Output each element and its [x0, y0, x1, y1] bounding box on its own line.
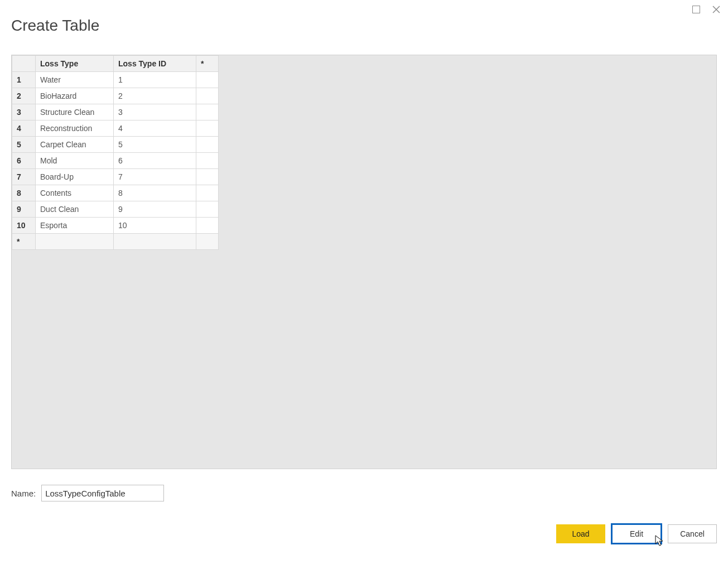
table-row[interactable]: 3Structure Clean3 [12, 104, 219, 120]
row-number-new[interactable]: * [12, 234, 36, 250]
row-number[interactable]: 6 [12, 153, 36, 169]
cancel-button[interactable]: Cancel [668, 524, 717, 543]
row-number[interactable]: 9 [12, 201, 36, 218]
cell-loss-type[interactable]: Duct Clean [36, 201, 114, 218]
cell-extra[interactable] [196, 218, 219, 234]
row-number[interactable]: 7 [12, 169, 36, 185]
close-icon [712, 6, 720, 13]
row-number[interactable]: 4 [12, 120, 36, 137]
cell-loss-type[interactable]: Contents [36, 185, 114, 201]
cell-loss-type-id[interactable]: 3 [114, 104, 196, 120]
cell-loss-type[interactable]: Carpet Clean [36, 137, 114, 153]
table-row[interactable]: 10Esporta10 [12, 218, 219, 234]
table-row[interactable]: 9Duct Clean9 [12, 201, 219, 218]
table-area: Loss Type Loss Type ID * 1Water12BioHaza… [11, 55, 717, 469]
cell-extra[interactable] [196, 201, 219, 218]
cell-loss-type-id[interactable]: 1 [114, 72, 196, 88]
cell-extra[interactable] [196, 169, 219, 185]
maximize-icon [692, 6, 700, 13]
row-number[interactable]: 10 [12, 218, 36, 234]
cell-empty[interactable] [196, 234, 219, 250]
col-header-loss-type-id[interactable]: Loss Type ID [114, 56, 196, 72]
cell-loss-type[interactable]: Reconstruction [36, 120, 114, 137]
cell-extra[interactable] [196, 104, 219, 120]
table-row[interactable]: 2BioHazard2 [12, 88, 219, 104]
load-button[interactable]: Load [556, 524, 605, 543]
row-number[interactable]: 8 [12, 185, 36, 201]
cell-loss-type-id[interactable]: 6 [114, 153, 196, 169]
cell-extra[interactable] [196, 137, 219, 153]
row-number[interactable]: 1 [12, 72, 36, 88]
table-row[interactable]: 6Mold6 [12, 153, 219, 169]
cell-loss-type-id[interactable]: 8 [114, 185, 196, 201]
table-new-row[interactable]: * [12, 234, 219, 250]
row-number[interactable]: 3 [12, 104, 36, 120]
cell-loss-type-id[interactable]: 10 [114, 218, 196, 234]
cell-loss-type[interactable]: Water [36, 72, 114, 88]
cell-loss-type[interactable]: Mold [36, 153, 114, 169]
table-row[interactable]: 8Contents8 [12, 185, 219, 201]
cell-loss-type[interactable]: Board-Up [36, 169, 114, 185]
cell-loss-type[interactable]: BioHazard [36, 88, 114, 104]
cell-loss-type[interactable]: Structure Clean [36, 104, 114, 120]
cell-loss-type-id[interactable]: 5 [114, 137, 196, 153]
table-row[interactable]: 7Board-Up7 [12, 169, 219, 185]
cell-loss-type[interactable]: Esporta [36, 218, 114, 234]
col-header-add[interactable]: * [196, 56, 219, 72]
cell-extra[interactable] [196, 72, 219, 88]
edit-button[interactable]: Edit [612, 524, 661, 543]
cell-loss-type-id[interactable]: 2 [114, 88, 196, 104]
dialog-title: Create Table [11, 17, 99, 35]
row-number[interactable]: 5 [12, 137, 36, 153]
cell-extra[interactable] [196, 120, 219, 137]
cell-loss-type-id[interactable]: 4 [114, 120, 196, 137]
name-input[interactable] [41, 485, 164, 501]
cell-empty[interactable] [114, 234, 196, 250]
maximize-button[interactable] [690, 3, 702, 16]
cell-loss-type-id[interactable]: 9 [114, 201, 196, 218]
table-row[interactable]: 4Reconstruction4 [12, 120, 219, 137]
data-table[interactable]: Loss Type Loss Type ID * 1Water12BioHaza… [12, 55, 219, 250]
col-header-loss-type[interactable]: Loss Type [36, 56, 114, 72]
col-header-rownum[interactable] [12, 56, 36, 72]
cell-extra[interactable] [196, 153, 219, 169]
name-label: Name: [11, 489, 36, 498]
table-row[interactable]: 5Carpet Clean5 [12, 137, 219, 153]
close-button[interactable] [710, 3, 722, 16]
row-number[interactable]: 2 [12, 88, 36, 104]
cell-empty[interactable] [36, 234, 114, 250]
cell-extra[interactable] [196, 185, 219, 201]
cell-loss-type-id[interactable]: 7 [114, 169, 196, 185]
table-row[interactable]: 1Water1 [12, 72, 219, 88]
cell-extra[interactable] [196, 88, 219, 104]
